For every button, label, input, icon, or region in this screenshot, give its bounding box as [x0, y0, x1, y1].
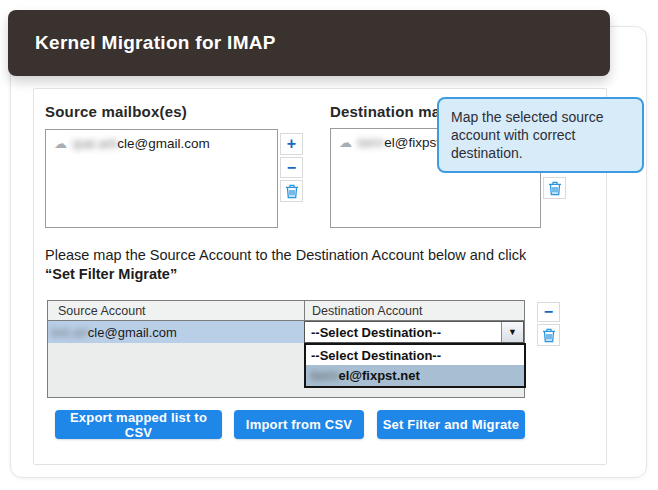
tooltip-text: Map the selected source account with cor… — [451, 109, 604, 161]
table-header: Source Account Destination Account — [48, 301, 524, 321]
instruction-line2: “Set Filter Migrate” — [45, 265, 590, 284]
dropdown-option-select-destination[interactable]: --Select Destination-- — [306, 345, 524, 365]
source-mailboxes-heading: Source mailbox(es) — [45, 103, 187, 120]
delete-source-button[interactable] — [280, 180, 303, 202]
instruction-line1: Please map the Source Account to the Des… — [45, 246, 590, 265]
column-header-source: Source Account — [48, 301, 304, 320]
destination-dropdown-list: --Select Destination-- kernel@fixpst.net — [304, 343, 526, 388]
table-row: brit.artcle@gmail.com --Select Destinati… — [48, 321, 524, 343]
destination-select-value: --Select Destination-- — [305, 322, 501, 342]
title-bar: Kernel Migration for IMAP — [8, 10, 610, 76]
mapping-table: Source Account Destination Account brit.… — [47, 300, 525, 398]
add-source-button[interactable]: + — [280, 133, 303, 155]
mapping-tooltip: Map the selected source account with cor… — [437, 97, 644, 173]
remove-mapping-row-button[interactable]: − — [537, 302, 560, 322]
trash-icon — [542, 328, 556, 343]
minus-icon: − — [287, 160, 296, 176]
plus-icon: + — [287, 136, 296, 152]
chevron-down-icon[interactable]: ▼ — [501, 322, 523, 342]
minus-icon: − — [544, 304, 553, 320]
export-csv-button[interactable]: Export mapped list to CSV — [55, 410, 222, 439]
source-mailbox-list[interactable]: ☁ ipat.article@gmail.com — [45, 129, 278, 228]
page-title: Kernel Migration for IMAP — [35, 32, 276, 54]
delete-mapping-row-button[interactable] — [537, 324, 560, 346]
trash-icon — [548, 181, 562, 196]
source-email: ipat.article@gmail.com — [73, 136, 210, 151]
source-account-cell[interactable]: brit.artcle@gmail.com — [48, 321, 304, 343]
instruction-text: Please map the Source Account to the Des… — [45, 246, 590, 285]
remove-source-button[interactable]: − — [280, 157, 303, 178]
account-cloud-icon: ☁ — [54, 137, 67, 150]
dropdown-option-fixpst[interactable]: kernel@fixpst.net — [306, 365, 524, 386]
column-header-destination: Destination Account — [304, 301, 524, 320]
source-mailbox-item[interactable]: ☁ ipat.article@gmail.com — [46, 130, 277, 155]
set-filter-migrate-button[interactable]: Set Filter and Migrate — [377, 410, 525, 439]
import-csv-button[interactable]: Import from CSV — [234, 410, 364, 439]
trash-icon — [285, 184, 299, 199]
delete-destination-button[interactable] — [543, 177, 566, 199]
app-window: Kernel Migration for IMAP Source mailbox… — [0, 0, 658, 490]
account-cloud-icon: ☁ — [339, 136, 352, 149]
destination-select[interactable]: --Select Destination-- ▼ — [304, 321, 524, 343]
